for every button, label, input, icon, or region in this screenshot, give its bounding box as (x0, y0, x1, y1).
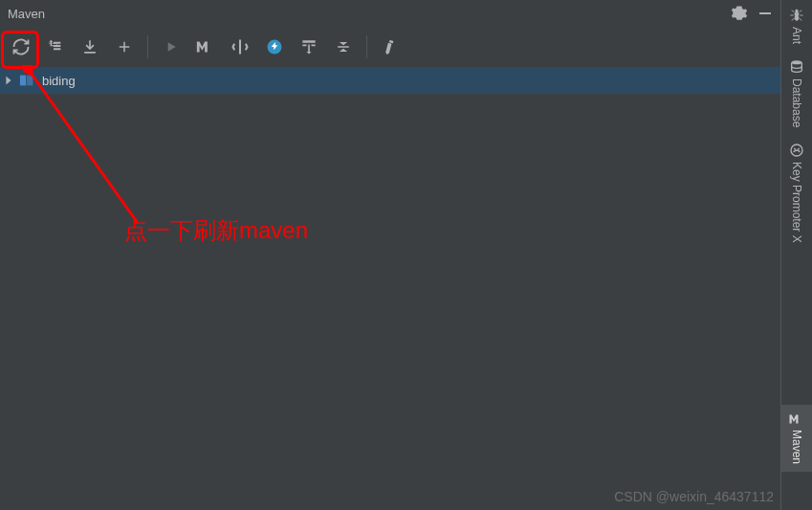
sidebar-tab-maven[interactable]: Maven (781, 405, 812, 472)
expand-arrow-icon[interactable] (2, 74, 15, 87)
sidebar-tab-database[interactable]: Database (781, 52, 812, 135)
download-sources-button[interactable] (73, 30, 107, 64)
toolbar-separator (147, 35, 148, 58)
sidebar-tab-ant[interactable]: Ant (781, 0, 812, 52)
panel-header: Maven (0, 0, 780, 27)
minimize-icon[interactable] (757, 6, 773, 21)
maven-settings-button[interactable] (373, 30, 407, 64)
toggle-offline-button[interactable] (257, 30, 292, 64)
toolbar-separator (366, 35, 367, 58)
maven-module-icon (19, 73, 36, 88)
svg-point-4 (792, 60, 802, 64)
panel-title: Maven (8, 7, 45, 21)
sidebar-tab-label: Maven (790, 430, 803, 464)
show-dependencies-button[interactable] (292, 30, 326, 64)
run-button[interactable] (154, 30, 188, 64)
collapse-all-button[interactable] (326, 30, 361, 64)
sidebar-tab-label: Ant (790, 27, 803, 44)
svg-rect-3 (27, 76, 33, 86)
sidebar-tab-label: Key Promoter X (790, 162, 803, 243)
maven-icon-button[interactable] (188, 30, 223, 64)
settings-icon[interactable] (731, 5, 748, 22)
toolbar (0, 27, 780, 67)
sidebar-tab-keypromoter[interactable]: Key Promoter X (781, 135, 812, 251)
toggle-skip-tests-button[interactable] (223, 30, 257, 64)
add-project-button[interactable] (107, 30, 142, 64)
sidebar-tab-label: Database (790, 78, 803, 127)
watermark: CSDN @weixin_46437112 (614, 489, 774, 504)
project-row[interactable]: biding (0, 67, 780, 94)
reload-button[interactable] (4, 30, 38, 64)
project-name: biding (42, 74, 76, 88)
svg-rect-2 (20, 76, 26, 86)
generate-sources-button[interactable] (38, 30, 73, 64)
content-area (0, 94, 780, 510)
right-sidebar: Ant Database Key Promoter X Maven (780, 0, 812, 510)
svg-rect-0 (759, 12, 771, 14)
